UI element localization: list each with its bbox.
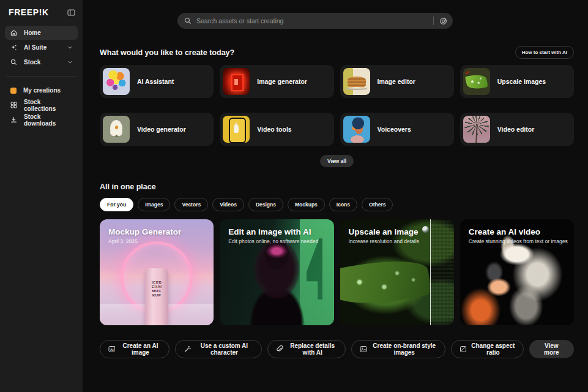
tool-label: Video tools [257,126,291,133]
filter-pills: For you Images Vectors Videos Designs Mo… [100,198,574,211]
quick-actions-row: Ai Create an AI image Use a custom AI ch… [100,340,574,358]
photo-icon [360,345,367,353]
tool-label: Voiceovers [378,126,411,133]
feature-card-create-ai-video[interactable]: Create an AI video Create stunning video… [460,219,574,325]
feature-card-text: Create an AI video Create stunning video… [469,227,568,244]
tool-card-video-tools[interactable]: Video tools [220,113,333,146]
sidebar-item-stock-collections[interactable]: Stock collections [5,98,78,112]
tool-label: Image generator [257,78,307,85]
sidebar-item-label: AI Suite [24,44,47,51]
freepik-logo[interactable]: FREEP!K [9,7,49,17]
view-all-button[interactable]: View all [320,155,354,167]
video-generator-thumbnail [103,116,130,143]
image-editor-thumbnail [343,68,370,95]
feature-card-upscale-image[interactable]: Upscale an image Increase resolution and… [340,219,454,325]
action-change-aspect-ratio[interactable]: Change aspect ratio [451,340,524,358]
image-generator-thumbnail [223,68,250,95]
tool-label: Upscale images [497,78,546,85]
filter-designs[interactable]: Designs [248,198,283,211]
collections-grid-icon [10,102,17,108]
feature-subtitle: Edit photos online, no software needed [228,238,327,244]
feature-subtitle: April 3, 2025 [108,238,207,244]
sidebar-item-stock-downloads[interactable]: Stock downloads [5,113,78,127]
sidebar-header: FREEP!K [5,6,78,26]
svg-text:Ai: Ai [110,348,114,352]
sidebar-library-nav: My creations Stock collections Stock [5,83,78,127]
filter-vectors[interactable]: Vectors [174,198,208,211]
search-bar[interactable] [177,13,453,29]
sparkles-icon [10,44,17,51]
ai-assistant-thumbnail [103,68,130,95]
tool-card-upscale-images[interactable]: Upscale images [460,65,574,98]
feature-card-text: Mockup Generator April 3, 2025 [108,227,207,244]
feature-card-edit-image-ai[interactable]: Edit an image with AI Edit photos online… [220,219,333,325]
sidebar: FREEP!K Home [0,0,83,392]
sidebar-item-label: Stock downloads [24,113,72,127]
feature-title: Edit an image with AI [228,227,327,236]
action-label: Create on-brand style images [371,342,437,356]
paperclip-icon [276,345,283,353]
tool-card-video-editor[interactable]: Video editor [460,113,574,146]
tool-card-image-generator[interactable]: Image generator [220,65,333,98]
action-label: Replace details with AI [288,342,337,356]
create-section-title: What would you like to create today? [100,48,234,57]
filter-mockups[interactable]: Mockups [288,198,325,211]
image-search-button[interactable] [437,15,449,27]
upscale-images-thumbnail [463,68,490,95]
search-icon [10,59,17,66]
app-window: FREEP!K Home [0,0,588,392]
feature-title: Mockup Generator [108,227,207,236]
sidebar-item-label: Stock [24,59,40,66]
video-editor-thumbnail [463,116,490,143]
feature-card-mockup-generator[interactable]: ICED CHAI MOC KUP Mockup Generator April… [100,219,214,325]
mockup-can: ICED CHAI MOC KUP [145,268,168,325]
my-creations-icon [10,88,17,94]
feature-card-text: Upscale an image Increase resolution and… [349,227,448,244]
chevron-down-icon [68,61,72,64]
filter-for-you[interactable]: For you [100,198,133,211]
search-divider [433,17,434,25]
tool-label: Video generator [137,126,186,133]
leaf-shape [340,250,434,314]
tool-label: AI Assistant [137,78,174,85]
feature-subtitle: Create stunning videos from text or imag… [469,238,568,244]
sidebar-item-label: Home [24,29,41,36]
view-more-button[interactable]: View more [529,340,574,358]
tool-card-video-generator[interactable]: Video generator [100,113,214,146]
tool-card-ai-assistant[interactable]: AI Assistant [100,65,214,98]
download-icon [10,116,17,123]
aspect-ratio-icon [460,345,467,353]
video-tools-thumbnail [223,116,250,143]
how-to-start-button[interactable]: How to start with AI [515,46,574,59]
filter-others[interactable]: Others [362,198,393,211]
sidebar-main-nav: Home AI Suite [5,26,78,69]
chevron-down-icon [68,46,72,49]
feature-title: Create an AI video [469,227,568,236]
sidebar-item-label: My creations [23,87,61,94]
voiceovers-thumbnail [343,116,370,143]
camera-lens-icon [439,17,447,25]
sidebar-item-ai-suite[interactable]: AI Suite [5,40,78,55]
sidebar-collapse-icon[interactable] [67,9,75,16]
filter-videos[interactable]: Videos [212,198,244,211]
action-custom-ai-character[interactable]: Use a custom AI character [175,340,262,358]
sidebar-item-stock[interactable]: Stock [5,55,78,69]
action-on-brand-style[interactable]: Create on-brand style images [351,340,445,358]
action-label: View more [540,342,564,356]
sidebar-item-label: Stock collections [24,99,72,112]
filter-icons[interactable]: Icons [329,198,357,211]
tool-label: Video editor [497,126,534,133]
tool-label: Image editor [378,78,415,85]
search-input[interactable] [196,17,430,24]
sidebar-item-home[interactable]: Home [5,26,78,40]
home-icon [10,29,17,36]
action-create-ai-image[interactable]: Ai Create an AI image [100,340,169,358]
tool-card-voiceovers[interactable]: Voiceovers [340,113,454,146]
filter-images[interactable]: Images [138,198,170,211]
feature-card-text: Edit an image with AI Edit photos online… [228,227,327,244]
main-content: What would you like to create today? How… [83,0,588,392]
tool-card-image-editor[interactable]: Image editor [340,65,454,98]
sidebar-item-my-creations[interactable]: My creations [5,83,78,97]
ai-image-icon: Ai [108,345,116,353]
action-replace-details[interactable]: Replace details with AI [267,340,346,358]
